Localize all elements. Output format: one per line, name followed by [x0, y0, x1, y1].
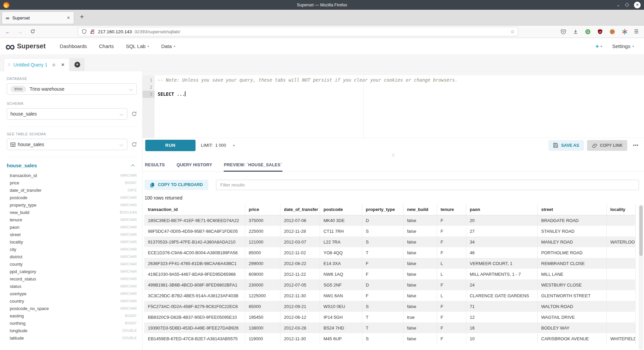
menu-icon[interactable]: ☰	[634, 29, 639, 35]
download-icon[interactable]	[573, 29, 578, 34]
column-header[interactable]: date_of_transfer	[280, 204, 320, 215]
schema-column-row[interactable]: ppd_category VARCHAR	[7, 268, 137, 275]
shield-icon[interactable]	[82, 29, 87, 34]
new-query-tab-button[interactable]: +	[70, 58, 85, 71]
schema-column-row[interactable]: record_status VARCHAR	[7, 275, 137, 282]
table-row[interactable]: ECE1D376-C9A6-4C00-B004-A380B189FA56 850…	[144, 247, 635, 258]
schema-column-row[interactable]: paon VARCHAR	[7, 223, 137, 231]
schema-column-row[interactable]: new_build BOOLEAN	[7, 209, 137, 216]
tab-close-icon[interactable]: ✕	[67, 15, 70, 20]
schema-column-row[interactable]: county VARCHAR	[7, 260, 137, 268]
column-header[interactable]: tenure	[437, 204, 466, 215]
table-select[interactable]: house_sales	[7, 139, 127, 150]
tab-preview-house-sales[interactable]: PREVIEW: `HOUSE_SALES`	[224, 163, 282, 172]
copy-to-clipboard-button[interactable]: COPY TO CLIPBOARD	[145, 180, 208, 190]
refresh-schemas-icon[interactable]	[131, 111, 137, 117]
table-row[interactable]: F5C273AC-0D2A-458F-8279-9C61F0C22EC6 650…	[144, 301, 635, 312]
column-header[interactable]: price	[245, 204, 280, 215]
table-row[interactable]: 2636F323-FF41-4765-81DB-98CAA6A43BC1 299…	[144, 258, 635, 269]
filter-results-input[interactable]	[216, 180, 639, 190]
schema-column-row[interactable]: postcode VARCHAR	[7, 194, 137, 201]
column-header[interactable]: postcode	[320, 204, 362, 215]
schema-column-row[interactable]: longitude DOUBLE	[7, 327, 137, 334]
query-tab[interactable]: ⠿ Untitled Query 1 ✕	[4, 58, 69, 71]
schema-column-row[interactable]: transaction_id VARCHAR	[7, 172, 137, 179]
window-close-icon[interactable]: ✕	[634, 2, 641, 8]
window-maximize-icon[interactable]	[625, 3, 629, 7]
pocket-icon[interactable]	[560, 29, 566, 35]
schema-column-row[interactable]: latitude DOUBLE	[7, 334, 137, 342]
column-header[interactable]: transaction_id	[144, 204, 245, 215]
add-new-button[interactable]: +▾	[595, 43, 602, 50]
url-bar[interactable]: 217.160.120.143:32393/superset/sqllab/ ☆	[78, 27, 518, 36]
schema-column-row[interactable]: street VARCHAR	[7, 231, 137, 238]
tab-results[interactable]: RESULTS	[145, 163, 165, 172]
query-tab-close-icon[interactable]: ✕	[61, 62, 64, 67]
superset-brand[interactable]: Superset	[17, 42, 46, 50]
table-row[interactable]: 91370533-19F5-47FE-B142-A380A8ADA210 121…	[144, 236, 635, 247]
table-row[interactable]: BB8320C9-D82B-4B37-90E0-9FEE05095E10 195…	[144, 312, 635, 322]
nav-item-dashboards[interactable]: Dashboards	[60, 43, 87, 49]
scrollbar-thumb[interactable]	[639, 206, 643, 256]
refresh-tables-icon[interactable]	[131, 142, 137, 147]
schema-select[interactable]: house_sales	[7, 108, 127, 120]
column-header[interactable]: new_build	[403, 204, 437, 215]
schema-column-row[interactable]: northing BIGINT	[7, 319, 137, 327]
schema-column-row[interactable]: property_type VARCHAR	[7, 201, 137, 209]
sql-editor[interactable]: 1 2 3 -- Note: Unless you save your quer…	[143, 75, 644, 138]
drag-handle-icon[interactable]: ⠿	[8, 63, 10, 67]
forward-icon[interactable]: →	[17, 28, 22, 35]
window-menu-chevron-icon[interactable]: ⌄	[616, 3, 620, 7]
schema-column-row[interactable]: usertype VARCHAR	[7, 290, 137, 297]
more-actions-button[interactable]: •••	[633, 143, 639, 148]
save-as-button[interactable]: SAVE AS	[548, 140, 584, 151]
extension-green-icon[interactable]	[585, 29, 591, 35]
table-row[interactable]: 499B1981-3B6B-4BCD-808F-9FED9802BFA1 230…	[144, 279, 635, 290]
insecure-lock-icon[interactable]	[90, 29, 95, 34]
schema-column-row[interactable]: district VARCHAR	[7, 253, 137, 260]
table-row[interactable]: EB1459EB-67ED-47C8-B2E7-A38143AB5575 119…	[144, 333, 635, 344]
database-select[interactable]: trino Trino warehouse	[7, 83, 137, 95]
copy-link-button[interactable]: COPY LINK	[587, 140, 628, 151]
schema-column-row[interactable]: status VARCHAR	[7, 282, 137, 290]
vertical-scrollbar[interactable]	[639, 204, 643, 350]
nav-item-data[interactable]: Data▾	[161, 43, 175, 49]
column-header[interactable]: paon	[466, 204, 537, 215]
schema-column-row[interactable]: date_of_transfer DATE	[7, 186, 137, 194]
table-schema-title[interactable]: house_sales	[7, 163, 37, 168]
column-header[interactable]: locality	[606, 204, 635, 215]
limit-dropdown[interactable]: LIMIT: 1 000 ▾	[201, 143, 234, 148]
new-tab-button[interactable]: +	[80, 13, 84, 21]
browser-tab[interactable]: ∞ Superset ✕	[2, 11, 74, 24]
schema-column-row[interactable]: city VARCHAR	[7, 246, 137, 253]
table-row[interactable]: 98F5DC47-0D05-4D59-95B7-98CA6F1FDE05 225…	[144, 226, 635, 236]
tab-query-history[interactable]: QUERY HISTORY	[176, 163, 213, 172]
column-header[interactable]: street	[537, 204, 606, 215]
table-row[interactable]: 1B5C39ED-BE7F-41EF-9E71-9C60EED74A22 375…	[144, 215, 635, 226]
schema-column-row[interactable]: country VARCHAR	[7, 297, 137, 305]
nav-item-sql-lab[interactable]: SQL Lab▾	[126, 43, 149, 49]
bookmark-star-icon[interactable]: ☆	[510, 29, 515, 34]
extension-asterisk-icon[interactable]	[622, 29, 628, 35]
collapse-chevron-icon[interactable]	[131, 164, 135, 168]
table-row[interactable]: 3C3C29DC-B7B2-4BE5-914A-A38123AF403B 122…	[144, 290, 635, 301]
column-header[interactable]: property_type	[362, 204, 403, 215]
pane-splitter[interactable]: ☰	[143, 152, 644, 158]
cookie-icon[interactable]	[609, 29, 615, 35]
column-type: BOOLEAN	[120, 211, 137, 214]
nav-item-charts[interactable]: Charts	[99, 43, 114, 49]
reload-icon[interactable]	[30, 29, 35, 34]
superset-logo-icon[interactable]: ∞	[5, 41, 14, 51]
schema-column-row[interactable]: postcode_no_space VARCHAR	[7, 305, 137, 312]
table-row[interactable]: 193907D3-5DBD-453D-A49E-9FEE27DAB926 138…	[144, 322, 635, 333]
settings-menu[interactable]: Settings▾	[612, 43, 634, 49]
back-icon[interactable]: ←	[5, 28, 10, 35]
table-row[interactable]: 419E1030-9A55-4467-8DA9-9FED95D65966 609…	[144, 269, 635, 279]
schema-column-row[interactable]: locality VARCHAR	[7, 238, 137, 246]
run-button[interactable]: RUN	[145, 140, 196, 151]
editor-code[interactable]: -- Note: Unless you save your query, the…	[155, 75, 644, 138]
schema-column-row[interactable]: easting BIGINT	[7, 312, 137, 319]
ublock-icon[interactable]: uB	[597, 29, 603, 34]
schema-column-row[interactable]: tenure VARCHAR	[7, 216, 137, 223]
schema-column-row[interactable]: price BIGINT	[7, 179, 137, 186]
